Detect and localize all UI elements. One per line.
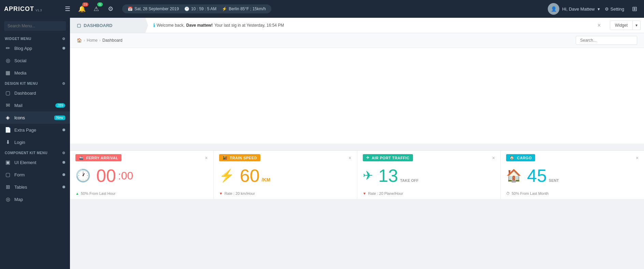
weather-display: ⚡ Berlin 85°F ; 15km/h (222, 6, 266, 11)
widget-footer: ▼ Rate : 20 km/Hour (214, 190, 357, 199)
widget-footer-icon: ⏱ (506, 191, 510, 196)
page-title-area: ▢ DASHBOARD (70, 18, 145, 33)
login-icon: ⬇ (5, 139, 11, 145)
breadcrumb-current: Dashboard (102, 38, 123, 43)
sidebar-item-blog-app[interactable]: ✏ Blog App (0, 42, 70, 54)
sidebar-item-mail[interactable]: ✉ Mail 289 (0, 99, 70, 111)
user-greeting: Hi, Dave Mattew (562, 6, 595, 12)
component-kit-settings-icon[interactable]: ⚙ (62, 151, 66, 155)
widget-button[interactable]: Widget (610, 21, 633, 30)
widget-body: 🕐 00 :00 (70, 163, 213, 190)
widget-card-train-speed: 🚂 TRAIN SPEED × ⚡ 60 /KM ▼ Rate : 20 km/… (214, 151, 357, 199)
topnav-settings-icon[interactable]: ⚙ (105, 3, 116, 14)
sidebar-item-login[interactable]: ⬇ Login (0, 136, 70, 148)
widget-footer-icon: ▼ (363, 191, 367, 196)
sidebar-item-label: Dashboard (14, 91, 65, 96)
welcome-close-button[interactable]: × (592, 22, 606, 29)
breadcrumb-sep2: › (99, 38, 101, 43)
mail-icon: ✉ (5, 102, 11, 108)
settings-gear-icon: ⚙ (605, 6, 609, 12)
sidebar-item-ui-element[interactable]: ▣ UI Element (0, 156, 70, 169)
widget-footer-text: 50% From Last Month (512, 191, 548, 196)
widget-body: ⚡ 60 /KM (214, 163, 357, 190)
sidebar-item-social[interactable]: ◎ Social (0, 54, 70, 67)
main-content: ▢ DASHBOARD ℹ Welcome back, Dave mattew!… (70, 18, 644, 269)
widget-close-button[interactable]: × (205, 155, 208, 161)
tables-dot-badge (62, 186, 65, 188)
sidebar-item-tables[interactable]: ⊞ Tables (0, 181, 70, 193)
last-signin-text: Your last sig in at Yesterday, 16:54 PM (214, 23, 284, 28)
widget-title-badge: 🚢 FERRY ARRIVAL (75, 154, 121, 161)
widget-header: 🏠 CARGO × (501, 151, 644, 163)
settings-link[interactable]: ⚙ Setting (605, 6, 624, 12)
widget-title-icon: 🚢 (79, 156, 84, 160)
extra-page-dot-badge (62, 129, 65, 131)
hamburger-button[interactable]: ☰ (62, 3, 73, 14)
map-icon: ◎ (5, 196, 11, 202)
nav-right: 👤 Hi, Dave Mattew ▾ ⚙ Setting ⊞ (548, 3, 640, 15)
welcome-text: Welcome back, (157, 23, 185, 28)
design-kit-settings-icon[interactable]: ⚙ (62, 82, 66, 85)
widget-title: AIR PORT TRAFFIC (372, 156, 410, 160)
alerts-badge: 5 (97, 2, 103, 6)
notifications-badge: 23 (82, 2, 88, 6)
sidebar-item-label: Icons (14, 115, 51, 120)
calendar-icon: 📅 (128, 6, 133, 11)
breadcrumb-search-area (576, 36, 637, 45)
sidebar: WIDGET MENU ⚙ ✏ Blog App ◎ Social ▦ Medi… (0, 18, 70, 269)
brand-name: APRICOT (4, 5, 34, 13)
more-options-button[interactable]: ⊞ (629, 3, 640, 14)
sidebar-item-label: Media (14, 70, 65, 76)
datetime-box: 📅 Sat, 28 September 2019 🕐 10 : 59 : 5 A… (122, 4, 271, 13)
widget-footer-icon: ▼ (219, 191, 223, 196)
widget-title-icon: 🏠 (510, 156, 515, 160)
widgets-row: 🚢 FERRY ARRIVAL × 🕐 00 :00 ▲ 50% From La… (70, 150, 644, 199)
form-dot-badge (62, 173, 65, 176)
widget-title-badge: 🏠 CARGO (506, 154, 535, 161)
widget-title: TRAIN SPEED (230, 156, 257, 160)
widget-footer: ⏱ 50% From Last Month (501, 190, 644, 199)
user-menu[interactable]: 👤 Hi, Dave Mattew ▾ (548, 3, 600, 15)
sidebar-item-label: Extra Page (14, 127, 59, 133)
blank-content-area (70, 48, 644, 144)
widget-title-icon: ✈ (366, 156, 370, 160)
notifications-button[interactable]: 🔔 23 (76, 3, 87, 14)
widget-footer-text: Rate : 20 Plane/Hour (368, 191, 403, 196)
page-title: DASHBOARD (84, 23, 113, 28)
widget-title-badge: ✈ AIR PORT TRAFFIC (363, 154, 413, 161)
sidebar-item-media[interactable]: ▦ Media (0, 67, 70, 79)
sidebar-item-icons[interactable]: ◈ Icons New (0, 111, 70, 124)
ui-element-dot-badge (62, 161, 65, 164)
sidebar-item-form[interactable]: ▢ Form (0, 169, 70, 181)
sidebar-search-area (0, 18, 70, 34)
widget-value-area: 13 TAKE OFF (378, 167, 419, 185)
sidebar-item-label: Blog App (14, 46, 59, 51)
breadcrumb-home-link[interactable]: Home (87, 38, 98, 43)
sidebar-item-extra-page[interactable]: 📄 Extra Page (0, 124, 70, 136)
media-icon: ▦ (5, 70, 11, 76)
widget-dropdown-button[interactable]: ▾ (633, 21, 641, 30)
widget-footer-text: Rate : 20 km/Hour (225, 191, 255, 196)
user-chevron-icon: ▾ (598, 6, 600, 12)
widget-card-ferry-arrival: 🚢 FERRY ARRIVAL × 🕐 00 :00 ▲ 50% From La… (70, 151, 214, 199)
sidebar-item-label: Map (14, 197, 65, 202)
date-display: 📅 Sat, 28 September 2019 (128, 6, 179, 11)
sidebar-item-map[interactable]: ◎ Map (0, 193, 70, 205)
sidebar-item-dashboard[interactable]: ▢ Dashboard (0, 87, 70, 99)
widget-close-button[interactable]: × (348, 155, 351, 161)
widget-header: ✈ AIR PORT TRAFFIC × (357, 151, 501, 163)
widget-menu-settings-icon[interactable]: ⚙ (62, 37, 66, 41)
widget-close-button[interactable]: × (492, 155, 495, 161)
breadcrumb-search-input[interactable] (576, 36, 637, 45)
weather-icon: ⚡ (222, 6, 227, 11)
widget-header: 🚢 FERRY ARRIVAL × (70, 151, 213, 163)
search-input[interactable] (4, 21, 66, 31)
widget-title: FERRY ARRIVAL (86, 156, 118, 160)
blog-icon: ✏ (5, 45, 11, 51)
widget-main-icon: ✈ (363, 169, 373, 183)
alerts-button[interactable]: ⚠ 5 (91, 3, 102, 14)
widget-body: ✈ 13 TAKE OFF (357, 163, 501, 190)
breadcrumb-bar: 🏠 › Home › Dashboard (70, 33, 644, 48)
widget-close-button[interactable]: × (636, 155, 639, 161)
widget-card-air-port-traffic: ✈ AIR PORT TRAFFIC × ✈ 13 TAKE OFF ▼ Rat… (357, 151, 501, 199)
